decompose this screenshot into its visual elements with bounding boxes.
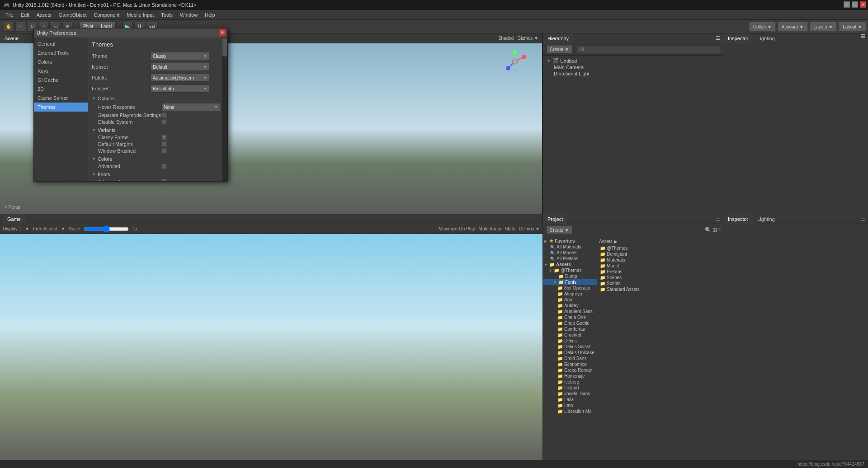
project-create-button[interactable]: Create ▼ xyxy=(547,226,572,234)
tab-game[interactable]: Game xyxy=(3,214,25,224)
tab-project[interactable]: Project xyxy=(543,214,567,224)
hierarchy-item-main-camera[interactable]: Main Camera xyxy=(545,64,721,70)
font-chub[interactable]: 📁 Chub Gothic xyxy=(543,320,597,326)
project-icon1[interactable]: 🔍 xyxy=(705,227,712,233)
asset-col-scripts[interactable]: 📁 Scripts xyxy=(599,281,721,286)
iconset-dropdown[interactable]: Default ▼ xyxy=(151,63,209,71)
asset-col-standard[interactable]: 📁 Standard Assets xyxy=(599,286,721,292)
default-margins-checkbox[interactable] xyxy=(161,141,167,147)
pref-item-general[interactable]: General xyxy=(34,39,88,48)
menu-window[interactable]: Window xyxy=(176,11,201,19)
hierarchy-search[interactable] xyxy=(577,45,720,53)
asset-col-demigiant[interactable]: 📁 Demigiant xyxy=(599,251,721,257)
minimize-button[interactable]: ─ xyxy=(844,1,850,8)
menu-help[interactable]: Help xyxy=(201,11,219,19)
fav-all-materials[interactable]: 🔍 All Materials xyxy=(543,244,597,250)
font-alegreya[interactable]: 📁 Alegreya xyxy=(543,291,597,297)
mute-audio-button[interactable]: Mute Audio xyxy=(479,226,501,231)
asset-col-model[interactable]: 📁 Model xyxy=(599,263,721,269)
collab-button[interactable]: Collab ▼ xyxy=(749,22,776,32)
classy-forms-checkbox[interactable] xyxy=(161,135,167,140)
pref-item-themes[interactable]: Themes xyxy=(34,103,88,112)
font-arvo[interactable]: 📁 Arvo xyxy=(543,297,597,303)
font-iceberg[interactable]: 📁 Iceberg xyxy=(543,379,597,385)
font-aubrey[interactable]: 📁 Aubrey xyxy=(543,303,597,309)
tab-scene[interactable]: Scene xyxy=(0,33,23,43)
pref-item-colors[interactable]: Colors xyxy=(34,57,88,66)
fonts-advanced-checkbox[interactable] xyxy=(161,179,167,181)
hierarchy-create-button[interactable]: Create ▼ xyxy=(547,45,572,53)
inspector-menu-icon[interactable]: ☰ xyxy=(858,33,868,43)
assets-themes-fonts[interactable]: ▼ 📁 Fonts xyxy=(543,279,597,285)
assets-themes[interactable]: ▼ 📁 @Themes xyxy=(543,267,597,273)
maximize-on-play-button[interactable]: Maximize On Play xyxy=(439,226,475,231)
font-chela[interactable]: 📁 Chela One xyxy=(543,314,597,320)
menu-file[interactable]: File xyxy=(2,11,17,19)
fonts-section-header[interactable]: ▼ Fonts xyxy=(92,172,224,177)
fav-all-prefabs[interactable]: 🔍 All Prefabs xyxy=(543,256,597,262)
font-delius[interactable]: 📁 Delius xyxy=(543,338,597,344)
tab-lighting-right[interactable]: Lighting xyxy=(753,214,779,224)
favorites-header[interactable]: ▶ ★ Favorites xyxy=(543,238,597,244)
menu-edit[interactable]: Edit xyxy=(17,11,33,19)
font-laila[interactable]: 📁 Laila xyxy=(543,397,597,402)
scale-slider[interactable] xyxy=(84,225,129,233)
font-comfortaa[interactable]: 📁 Comfortaa xyxy=(543,326,597,332)
font-iceland[interactable]: 📁 Iceland xyxy=(543,385,597,391)
asset-col-prefabs[interactable]: 📁 Prefabs xyxy=(599,269,721,275)
variants-section-header[interactable]: ▼ Variants xyxy=(92,127,224,133)
fontset-dropdown[interactable]: Basic/Lato ▼ xyxy=(151,84,209,93)
project-menu-icon[interactable]: ☰ xyxy=(713,216,723,222)
menu-assets[interactable]: Assets xyxy=(33,11,55,19)
font-josefin[interactable]: 📁 Josefin Sans xyxy=(543,391,597,397)
layers-button[interactable]: Layers ▼ xyxy=(810,22,837,32)
menu-component[interactable]: Component xyxy=(90,11,123,19)
account-button[interactable]: Account ▼ xyxy=(778,22,808,32)
asset-col-themes[interactable]: 📁 @Themes xyxy=(599,245,721,251)
font-crushed[interactable]: 📁 Crushed xyxy=(543,332,597,338)
assets-header[interactable]: ▼ 📁 Assets xyxy=(543,262,597,267)
options-section-header[interactable]: ▼ Options xyxy=(92,96,224,101)
asset-col-materials[interactable]: 📁 Materials xyxy=(599,257,721,263)
assets-menu-icon[interactable]: ☰ xyxy=(858,216,868,222)
display-label[interactable]: Display 1 xyxy=(3,226,21,231)
font-aurulent[interactable]: 📁 Aurulent Sans xyxy=(543,309,597,314)
font-droid[interactable]: 📁 Droid Sans xyxy=(543,356,597,361)
pref-item-gi-cache[interactable]: GI Cache xyxy=(34,75,88,84)
font-liberation[interactable]: 📁 Liberation Mo xyxy=(543,408,597,414)
colors-section-header[interactable]: ▼ Colors xyxy=(92,156,224,162)
tab-inspector[interactable]: Inspector xyxy=(723,33,753,43)
project-icon2[interactable]: ⊞ xyxy=(712,227,717,233)
pref-item-keys[interactable]: Keys xyxy=(34,66,88,75)
menu-mobile-input[interactable]: Mobile Input xyxy=(123,11,157,19)
tab-inspector-right[interactable]: Inspector xyxy=(723,214,753,224)
tab-lighting[interactable]: Lighting xyxy=(753,33,779,43)
preferences-close-button[interactable]: ✕ xyxy=(219,29,226,36)
maximize-button[interactable]: □ xyxy=(852,1,858,8)
scene-gizmos-button[interactable]: Gizmos ▼ xyxy=(517,36,538,41)
project-icon3[interactable]: ≡ xyxy=(718,227,721,233)
disable-system-checkbox[interactable] xyxy=(161,119,167,125)
hierarchy-item-directional-light[interactable]: Directional Light xyxy=(545,70,721,77)
pref-item-2d[interactable]: 2D xyxy=(34,84,88,94)
menu-gameobject[interactable]: GameObject xyxy=(55,11,90,19)
palette-dropdown[interactable]: Automatic/@System ▼ xyxy=(151,74,209,82)
window-brushed-checkbox[interactable] xyxy=(161,148,167,154)
font-delius-unicase[interactable]: 📁 Delius Unicase xyxy=(543,350,597,356)
hover-response-dropdown[interactable]: None ▼ xyxy=(161,103,220,111)
hierarchy-item-untitled[interactable]: ▼ 🎬 Untitled xyxy=(545,57,721,64)
hand-tool-button[interactable]: ✋ xyxy=(4,22,14,32)
game-gizmos-button[interactable]: Gizmos ▼ xyxy=(519,226,540,231)
stats-button[interactable]: Stats xyxy=(505,226,515,231)
preferences-scroll-thumb[interactable] xyxy=(222,38,227,56)
fav-all-models[interactable]: 🔍 All Models xyxy=(543,250,597,256)
aspect-label[interactable]: Free Aspect xyxy=(33,226,57,231)
font-8bit[interactable]: 📁 8bit Operator xyxy=(543,285,597,291)
colors-advanced-checkbox[interactable] xyxy=(161,164,167,169)
font-greco[interactable]: 📁 Greco Roman xyxy=(543,367,597,373)
font-homenaje[interactable]: 📁 Homenaje xyxy=(543,373,597,379)
tab-hierarchy[interactable]: Hierarchy xyxy=(543,33,573,43)
move-tool-button[interactable]: ↔ xyxy=(15,22,25,32)
hierarchy-menu-icon[interactable]: ☰ xyxy=(713,35,723,41)
menu-tools[interactable]: Tools xyxy=(157,11,176,19)
